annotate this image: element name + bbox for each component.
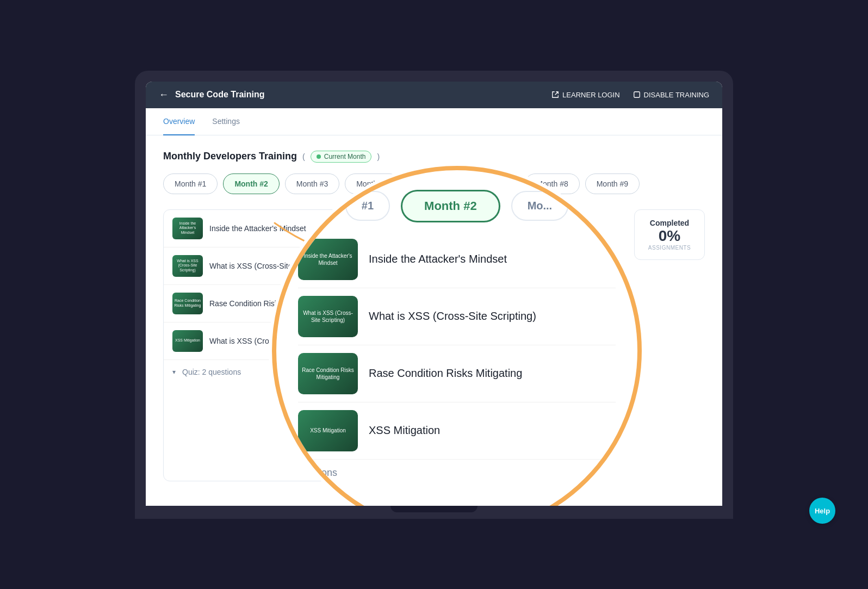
circle-month-tabs: #1 Month #2 Mo... xyxy=(276,170,637,231)
circle-thumb-1: Inside the Attacker's Mindset xyxy=(298,239,358,280)
circle-course-3[interactable]: Race Condition Risks Mitigating Rase Con… xyxy=(298,345,616,402)
circle-thumb-2: What is XSS (Cross-Site Scripting) xyxy=(298,296,358,337)
circle-magnifier: #1 Month #2 Mo... Inside the Attacker's … xyxy=(272,166,642,506)
stats-card: Completed 0% ASSIGNMENTS xyxy=(634,209,705,260)
course-thumb-3: Race Condition Risks Mitigating xyxy=(172,293,203,314)
circle-course-name-4: XSS Mitigation xyxy=(369,424,440,437)
learner-login-button[interactable]: LEARNER LOGIN xyxy=(551,91,619,99)
circle-thumb-3: Race Condition Risks Mitigating xyxy=(298,353,358,394)
month-tab-1[interactable]: Month #1 xyxy=(163,173,218,194)
stats-percent: 0% xyxy=(643,227,696,245)
disable-training-button[interactable]: DISABLE TRAINING xyxy=(633,91,709,99)
circle-month-tab-mo[interactable]: Mo... xyxy=(511,191,569,221)
disable-icon xyxy=(633,91,641,98)
content-area: Inside the Attacker's Mindset Inside the… xyxy=(163,209,705,481)
top-bar: ← Secure Code Training LEARNER LOGIN DIS… xyxy=(146,82,722,108)
circle-quiz[interactable]: ...estions xyxy=(298,460,616,486)
external-link-icon xyxy=(551,91,559,98)
circle-course-list: Inside the Attacker's Mindset Inside the… xyxy=(276,231,637,486)
circle-month-tab-2-active[interactable]: Month #2 xyxy=(401,190,500,222)
svg-rect-0 xyxy=(634,92,640,98)
stats-sub-label: ASSIGNMENTS xyxy=(643,245,696,251)
month-tab-2[interactable]: Month #2 xyxy=(223,173,279,194)
circle-course-name-3: Rase Condition Risks Mitigating xyxy=(369,367,522,380)
course-thumb-2: What is XSS (Cross-Site Scripting) xyxy=(172,255,203,277)
circle-month-tab-1[interactable]: #1 xyxy=(345,191,390,221)
course-thumb-image-2: What is XSS (Cross-Site Scripting) xyxy=(172,255,203,277)
circle-course-4[interactable]: XSS Mitigation XSS Mitigation xyxy=(298,402,616,460)
chevron-down-icon: ▾ xyxy=(172,368,176,376)
quiz-label: Quiz: 2 questions xyxy=(182,368,241,376)
badge-dot xyxy=(317,154,321,159)
current-month-badge: Current Month xyxy=(311,151,372,163)
course-thumb-4: XSS Mitigation xyxy=(172,330,203,352)
circle-course-2[interactable]: What is XSS (Cross-Site Scripting) What … xyxy=(298,288,616,345)
course-thumb-image-4: XSS Mitigation xyxy=(172,330,203,352)
navigation-tabs: Overview Settings xyxy=(146,108,722,135)
tab-settings[interactable]: Settings xyxy=(212,108,240,135)
app-title: Secure Code Training xyxy=(175,90,264,100)
circle-course-name-2: What is XSS (Cross-Site Scripting) xyxy=(369,310,536,323)
tab-overview[interactable]: Overview xyxy=(163,108,195,135)
circle-course-1[interactable]: Inside the Attacker's Mindset Inside the… xyxy=(298,231,616,288)
back-button[interactable]: ← xyxy=(159,89,169,101)
course-thumb-image-3: Race Condition Risks Mitigating xyxy=(172,293,203,314)
circle-thumb-4: XSS Mitigation xyxy=(298,410,358,451)
course-thumb-image-1: Inside the Attacker's Mindset xyxy=(172,218,203,239)
stats-completed-label: Completed xyxy=(643,219,696,227)
laptop-frame: ← Secure Code Training LEARNER LOGIN DIS… xyxy=(135,71,733,519)
laptop-screen: ← Secure Code Training LEARNER LOGIN DIS… xyxy=(146,82,722,506)
course-thumb-1: Inside the Attacker's Mindset xyxy=(172,218,203,239)
main-section: Monthly Developers Training ( Current Mo… xyxy=(146,135,722,497)
section-header: Monthly Developers Training ( Current Mo… xyxy=(163,151,705,163)
section-title-text: Monthly Developers Training xyxy=(163,151,297,162)
circle-course-name-1: Inside the Attacker's Mindset xyxy=(369,253,507,265)
